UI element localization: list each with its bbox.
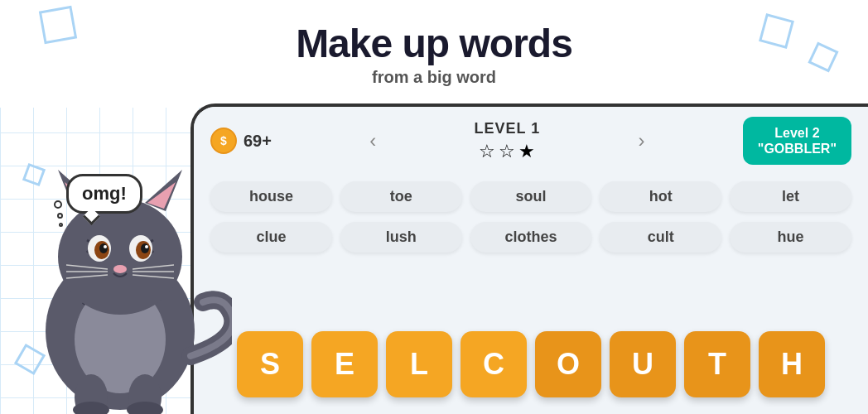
main-title: Make up words — [296, 21, 572, 66]
bubble-dots — [54, 200, 63, 227]
tile-C[interactable]: C — [461, 331, 527, 397]
word-let[interactable]: let — [730, 181, 851, 212]
tile-H[interactable]: H — [759, 331, 825, 397]
level-center: LEVEL 1 ☆ ☆ ★ — [475, 120, 541, 162]
tile-E[interactable]: E — [311, 331, 378, 397]
sub-title: from a big word — [372, 68, 496, 87]
word-lush[interactable]: lush — [340, 222, 462, 253]
level-label: LEVEL 1 — [475, 120, 541, 137]
speech-text: omg! — [82, 183, 127, 204]
speech-bubble: omg! — [66, 174, 142, 214]
bubble-dot-1 — [54, 200, 62, 209]
word-soul[interactable]: soul — [470, 181, 592, 212]
word-cult[interactable]: cult — [600, 222, 721, 253]
word-hot[interactable]: hot — [600, 181, 721, 212]
next-level-button[interactable]: Level 2 "GOBBLER" — [743, 117, 851, 165]
game-panel: $ 69+ ‹ LEVEL 1 ☆ ☆ ★ › Level 2 "GOBBLER… — [190, 104, 868, 414]
tile-L[interactable]: L — [386, 331, 452, 397]
svg-point-12 — [141, 243, 149, 253]
svg-point-11 — [99, 243, 108, 253]
bubble-dot-2 — [57, 213, 63, 219]
tile-T[interactable]: T — [684, 331, 750, 397]
letter-tiles-row: S E L C O U T H — [210, 331, 851, 397]
next-level-line1: Level 2 — [758, 125, 837, 141]
nav-left-arrow[interactable]: ‹ — [365, 125, 380, 156]
tile-O[interactable]: O — [535, 331, 601, 397]
star-1: ☆ — [479, 141, 495, 162]
star-2: ☆ — [499, 141, 515, 162]
next-level-line2: "GOBBLER" — [758, 141, 837, 156]
cat-container: omg! — [0, 108, 248, 414]
word-clothes[interactable]: clothes — [470, 222, 592, 253]
svg-point-15 — [113, 265, 127, 273]
word-toe[interactable]: toe — [340, 181, 462, 212]
nav-right-arrow[interactable]: › — [634, 125, 649, 156]
svg-point-14 — [145, 245, 148, 248]
word-hue[interactable]: hue — [730, 222, 851, 253]
svg-point-2 — [58, 199, 182, 315]
panel-top-bar: $ 69+ ‹ LEVEL 1 ☆ ☆ ★ › Level 2 "GOBBLER… — [194, 107, 868, 173]
words-grid: house toe soul hot let clue lush clothes… — [194, 173, 868, 265]
svg-point-13 — [104, 245, 107, 248]
star-3: ★ — [518, 141, 535, 162]
top-area: Make up words from a big word — [0, 0, 868, 108]
bubble-dot-3 — [59, 223, 63, 227]
tile-U[interactable]: U — [610, 331, 676, 397]
deco-square-3 — [39, 6, 77, 44]
stars-row: ☆ ☆ ★ — [479, 141, 535, 162]
